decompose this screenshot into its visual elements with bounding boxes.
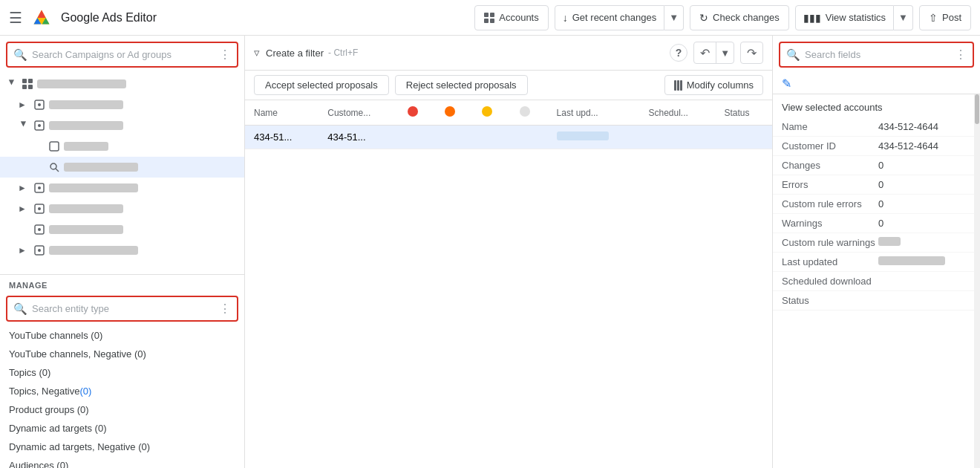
field-value-customer-id: 434-512-4644 <box>878 140 938 152</box>
right-scrollbar[interactable] <box>974 94 980 468</box>
get-recent-changes-button[interactable]: ↓ Get recent changes ▼ <box>555 5 684 30</box>
columns-icon <box>674 80 682 91</box>
help-icon[interactable]: ? <box>670 44 687 62</box>
edit-pencil-icon[interactable]: ✎ <box>782 77 791 91</box>
field-label-scheduled-download: Scheduled download <box>782 276 878 287</box>
entity-search-box[interactable]: 🔍 ⋮ <box>6 296 238 322</box>
hamburger-menu-icon[interactable]: ☰ <box>9 9 22 27</box>
field-row-status: Status <box>773 291 980 311</box>
tree-item[interactable]: ► <box>0 115 244 136</box>
campaigns-search-icon: 🔍 <box>13 48 27 62</box>
col-status[interactable]: Status <box>715 100 772 126</box>
list-item[interactable]: YouTube channels, Negative (0) <box>0 345 244 363</box>
view-stats-arrow-icon: ▼ <box>898 12 908 23</box>
right-scrollbar-thumb[interactable] <box>975 94 979 124</box>
field-row-custom-rule-warnings: Custom rule warnings <box>773 233 980 253</box>
google-logo <box>31 7 52 28</box>
list-item[interactable]: Dynamic ad targets (0) <box>0 419 244 438</box>
svg-point-21 <box>38 228 41 231</box>
list-item[interactable]: YouTube channels (0) <box>0 326 244 345</box>
svg-rect-7 <box>22 85 27 89</box>
field-value-custom-rule-warnings <box>878 237 901 246</box>
check-changes-label: Check changes <box>713 12 780 23</box>
cell-status <box>715 126 772 149</box>
col-scheduled[interactable]: Schedul... <box>639 100 715 126</box>
undo-button[interactable]: ↶ ▼ <box>693 42 734 64</box>
redo-button[interactable]: ↷ <box>740 42 763 64</box>
fields-search-input[interactable] <box>805 49 950 60</box>
expand-icon: ► <box>7 78 17 90</box>
list-item[interactable]: Topics (0) <box>0 363 244 382</box>
filter-button[interactable]: Create a filter - Ctrl+F <box>266 48 358 59</box>
expand-icon: ► <box>18 204 30 214</box>
check-changes-button[interactable]: ↻ Check changes <box>690 5 789 30</box>
post-button[interactable]: ⇧ Post <box>919 5 971 30</box>
campaigns-search-box[interactable]: 🔍 ⋮ <box>6 42 238 68</box>
get-recent-label: Get recent changes <box>572 12 656 23</box>
tree-item-label <box>64 163 138 172</box>
field-row-last-updated: Last updated <box>773 253 980 272</box>
campaign-icon <box>33 98 46 111</box>
fields-search-box[interactable]: 🔍 ⋮ <box>779 42 974 68</box>
cell-last-updated <box>548 126 640 149</box>
center-panel: ▿ Create a filter - Ctrl+F ? ↶ ▼ ↷ Accep… <box>245 36 772 468</box>
tree-item[interactable]: ► <box>0 240 244 261</box>
field-row-warnings: Warnings 0 <box>773 214 980 233</box>
top-navigation: ☰ Google Ads Editor Accounts ↓ Get recen… <box>0 0 980 36</box>
campaigns-search-input[interactable] <box>32 49 215 60</box>
view-statistics-button[interactable]: ▮▮▮ View statistics ▼ <box>795 5 913 30</box>
field-label-warnings: Warnings <box>782 218 878 229</box>
fields-search-more-icon[interactable]: ⋮ <box>955 48 967 62</box>
reject-proposals-button[interactable]: Reject selected proposals <box>395 75 528 95</box>
col-dot2 <box>436 100 473 126</box>
list-item[interactable]: Audiences (0) <box>0 456 244 468</box>
list-item[interactable]: Dynamic ad targets, Negative (0) <box>0 438 244 456</box>
col-last-updated[interactable]: Last upd... <box>548 100 640 126</box>
list-item[interactable]: Topics, Negative (0) <box>0 382 244 400</box>
svg-point-23 <box>38 249 41 252</box>
campaign-icon <box>33 119 46 132</box>
tree-item[interactable]: ► <box>0 74 244 94</box>
undo-arrow-icon: ▼ <box>720 48 730 59</box>
svg-rect-13 <box>50 142 59 151</box>
accept-proposals-button[interactable]: Accept selected proposals <box>254 75 389 95</box>
col-dot3 <box>473 100 510 126</box>
col-customer[interactable]: Custome... <box>318 100 399 126</box>
tree-item[interactable] <box>0 219 244 240</box>
expand-icon: ► <box>19 120 29 131</box>
cell-customer: 434-51... <box>318 126 399 149</box>
accounts-grid-icon <box>484 13 494 23</box>
list-item[interactable]: Product groups (0) <box>0 400 244 419</box>
field-label-customer-id: Customer ID <box>782 140 878 152</box>
field-value-last-updated <box>878 256 945 265</box>
svg-marker-2 <box>37 10 45 18</box>
field-label-status: Status <box>782 295 878 306</box>
tree-item-label <box>49 121 123 130</box>
tree-item[interactable] <box>0 157 244 178</box>
tree-item[interactable]: ► <box>0 198 244 219</box>
search-icon <box>48 160 61 174</box>
col-name[interactable]: Name <box>245 100 318 126</box>
redo-icon: ↷ <box>747 46 757 60</box>
tree-item[interactable]: ► <box>0 178 244 198</box>
tree-item-label <box>49 246 138 255</box>
modify-columns-button[interactable]: Modify columns <box>664 75 763 95</box>
data-table: Name Custome... <box>245 100 772 149</box>
campaigns-search-more-icon[interactable]: ⋮ <box>219 48 231 62</box>
filter-shortcut: - Ctrl+F <box>328 48 358 58</box>
field-row-changes: Changes 0 <box>773 156 980 175</box>
accounts-button[interactable]: Accounts <box>474 5 548 30</box>
proposals-row: Accept selected proposals Reject selecte… <box>245 71 772 100</box>
entity-search-input[interactable] <box>32 303 215 314</box>
entity-search-more-icon[interactable]: ⋮ <box>219 302 231 316</box>
svg-point-19 <box>38 207 41 210</box>
table-row[interactable]: 434-51... 434-51... <box>245 126 772 149</box>
expand-icon: ► <box>18 245 30 256</box>
cell-dot3 <box>473 126 510 149</box>
tree-item[interactable]: ► <box>0 94 244 115</box>
view-stats-label: View statistics <box>826 12 886 23</box>
field-value-errors: 0 <box>878 179 883 190</box>
tree-item[interactable] <box>0 136 244 157</box>
adgroup-icon <box>48 140 61 153</box>
left-panel: 🔍 ⋮ ► ► ► <box>0 36 245 468</box>
